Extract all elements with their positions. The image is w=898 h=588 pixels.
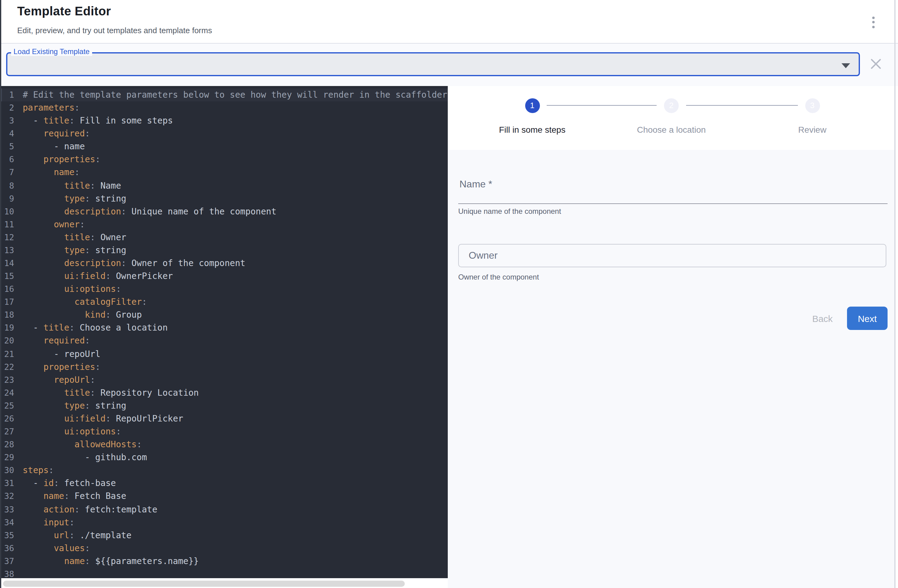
code-line: 13 type: string xyxy=(0,244,448,257)
step-1-circle[interactable]: 1 xyxy=(525,98,540,113)
code-line: 30steps: xyxy=(0,464,448,477)
code-line: 8 title: Name xyxy=(0,179,448,192)
code-line: 2parameters: xyxy=(0,102,448,114)
code-line: 28 allowedHosts: xyxy=(0,438,448,451)
back-button[interactable]: Back xyxy=(803,307,842,329)
code-line: 36 values: xyxy=(0,542,448,554)
code-line: 4 required: xyxy=(0,127,448,140)
load-template-section: Load Existing Template xyxy=(0,44,898,86)
code-line: 29 - github.com xyxy=(0,451,448,464)
code-line: 7 name: xyxy=(0,166,448,179)
code-line: 19 - title: Choose a location xyxy=(0,322,448,334)
code-line: 6 properties: xyxy=(0,153,448,166)
code-line: 26 ui:field: RepoUrlPicker xyxy=(0,412,448,425)
step-connector xyxy=(686,105,798,106)
code-line: 32 name: Fetch Base xyxy=(0,490,448,503)
window-right-border xyxy=(894,0,895,588)
stepper: 1 2 3 Fill in some steps Choose a locati… xyxy=(448,86,894,150)
template-editor-page: Template Editor Edit, preview, and try o… xyxy=(0,0,898,588)
form-panel: Name * Unique name of the component Owne… xyxy=(448,150,894,588)
code-line: 31 - id: fetch-base xyxy=(0,477,448,490)
code-line: 22 properties: xyxy=(0,360,448,373)
yaml-code-editor[interactable]: 1# Edit the template parameters below to… xyxy=(0,86,448,578)
step-2-circle[interactable]: 2 xyxy=(664,98,679,113)
owner-field[interactable]: Owner xyxy=(458,244,886,267)
code-line: 34 input: xyxy=(0,516,448,529)
code-line: 17 catalogFilter: xyxy=(0,296,448,309)
code-line: 37 name: ${{parameters.name}} xyxy=(0,555,448,568)
name-field-underline xyxy=(458,203,887,204)
code-line: 9 type: string xyxy=(0,192,448,205)
code-line: 23 repoUrl: xyxy=(0,373,448,386)
code-line: 21 - repoUrl xyxy=(0,348,448,360)
page-title: Template Editor xyxy=(17,4,111,18)
name-field-helper: Unique name of the component xyxy=(458,207,561,215)
code-line: 10 description: Unique name of the compo… xyxy=(0,205,448,218)
name-field[interactable]: Name * xyxy=(458,177,887,204)
code-line: 35 url: ./template xyxy=(0,529,448,542)
code-line: 14 description: Owner of the component xyxy=(0,257,448,270)
page-subtitle: Edit, preview, and try out templates and… xyxy=(17,26,212,35)
code-lines: 1# Edit the template parameters below to… xyxy=(0,88,448,578)
code-line: 38 xyxy=(0,568,448,578)
load-template-label: Load Existing Template xyxy=(11,47,92,56)
code-line: 5 - name xyxy=(0,140,448,153)
step-1-label: Fill in some steps xyxy=(471,125,594,135)
code-line: 18 kind: Group xyxy=(0,309,448,322)
step-connector xyxy=(547,105,657,106)
code-line: 1# Edit the template parameters below to… xyxy=(0,88,448,102)
window-left-border xyxy=(0,0,1,588)
step-3-label: Review xyxy=(751,125,874,135)
code-line: 24 title: Repository Location xyxy=(0,386,448,399)
code-line: 27 ui:options: xyxy=(0,425,448,438)
code-line: 16 ui:options: xyxy=(0,283,448,296)
code-line: 20 required: xyxy=(0,334,448,348)
code-line: 11 owner: xyxy=(0,218,448,231)
step-3-circle[interactable]: 3 xyxy=(805,98,820,113)
owner-field-helper: Owner of the component xyxy=(458,273,539,282)
load-template-select[interactable] xyxy=(6,52,860,76)
close-icon[interactable] xyxy=(870,58,882,70)
owner-field-label: Owner xyxy=(469,250,498,261)
name-field-label: Name * xyxy=(460,179,492,190)
header: Template Editor Edit, preview, and try o… xyxy=(0,0,898,44)
code-line: 15 ui:field: OwnerPicker xyxy=(0,270,448,283)
code-line: 25 type: string xyxy=(0,399,448,412)
more-options-icon[interactable] xyxy=(865,11,882,33)
horizontal-scrollbar xyxy=(0,578,448,588)
step-2-label: Choose a location xyxy=(610,125,733,135)
code-line: 3 - title: Fill in some steps xyxy=(0,114,448,127)
chevron-down-icon xyxy=(841,63,850,68)
code-line: 12 title: Owner xyxy=(0,231,448,244)
next-button[interactable]: Next xyxy=(847,306,887,330)
code-line: 33 action: fetch:template xyxy=(0,503,448,516)
horizontal-scrollbar-thumb[interactable] xyxy=(3,580,405,587)
